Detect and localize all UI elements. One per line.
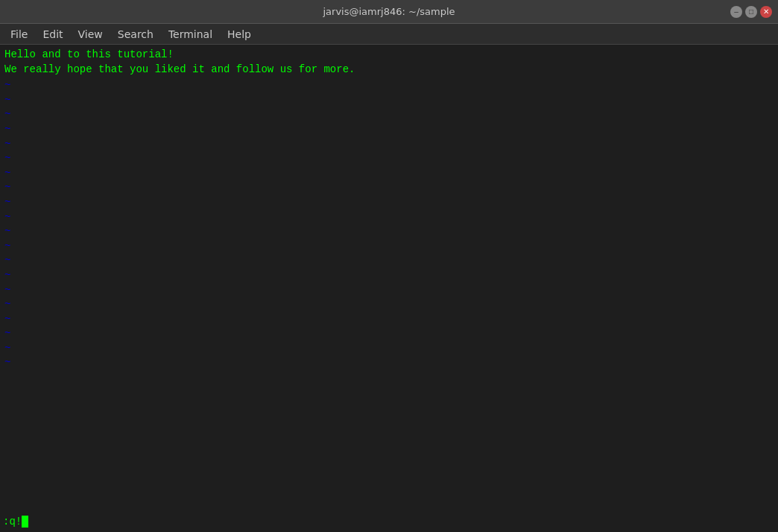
status-bar: :q! [0,511,778,532]
tilde-line: ~ [4,93,774,108]
menu-edit[interactable]: Edit [35,27,70,42]
tilde-line: ~ [4,312,774,327]
maximize-button[interactable]: □ [745,6,757,18]
tilde-line: ~ [4,239,774,254]
terminal-content[interactable]: Hello and to this tutorial! We really ho… [0,45,778,511]
close-icon: ✕ [763,7,769,16]
tilde-line: ~ [4,268,774,283]
minimize-button[interactable]: – [730,6,742,18]
terminal-window: jarvis@iamrj846: ~/sample – □ ✕ File Edi… [0,0,778,532]
terminal-line-2: We really hope that you liked it and fol… [4,63,774,77]
menu-file[interactable]: File [3,27,35,42]
tilde-line: ~ [4,326,774,341]
tilde-line: ~ [4,210,774,225]
tilde-line: ~ [4,355,774,370]
tilde-line: ~ [4,341,774,356]
tilde-line: ~ [4,137,774,152]
tilde-line: ~ [4,297,774,312]
tilde-line: ~ [4,107,774,122]
command-text: :q! [3,516,22,528]
tilde-line: ~ [4,195,774,210]
close-button[interactable]: ✕ [760,6,772,18]
menu-search[interactable]: Search [110,27,161,42]
tilde-line: ~ [4,151,774,166]
menu-view[interactable]: View [71,27,110,42]
tilde-lines: ~~~~~~~~~~~~~~~~~~~~ [4,78,774,370]
tilde-line: ~ [4,166,774,181]
tilde-line: ~ [4,122,774,137]
terminal-line-1: Hello and to this tutorial! [4,48,774,63]
menu-bar: File Edit View Search Terminal Help [0,24,778,45]
window-controls: – □ ✕ [730,6,772,18]
title-bar: jarvis@iamrj846: ~/sample – □ ✕ [0,0,778,24]
maximize-icon: □ [749,7,753,16]
command-line: :q! [3,516,28,528]
cursor [22,516,28,528]
tilde-line: ~ [4,180,774,195]
minimize-icon: – [734,7,739,16]
tilde-line: ~ [4,78,774,93]
tilde-line: ~ [4,224,774,239]
menu-help[interactable]: Help [220,27,259,42]
window-title: jarvis@iamrj846: ~/sample [323,6,455,17]
menu-terminal[interactable]: Terminal [161,27,220,42]
tilde-line: ~ [4,253,774,268]
tilde-line: ~ [4,283,774,298]
